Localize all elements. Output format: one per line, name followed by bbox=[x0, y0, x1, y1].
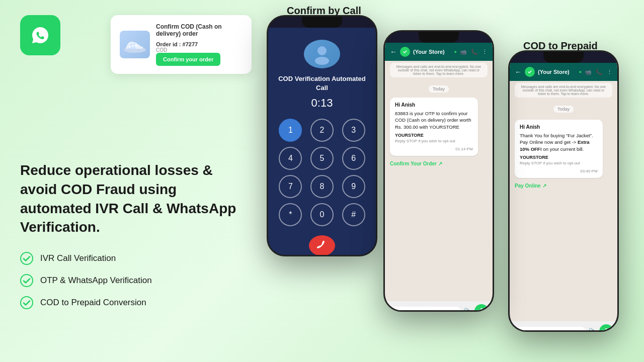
call-icon-prepaid[interactable]: 📞 bbox=[596, 69, 603, 75]
svg-rect-11 bbox=[480, 308, 482, 312]
otp-reply-note: Reply STOP if you wish to opt-out bbox=[395, 138, 473, 144]
attach-icon-prepaid[interactable]: 📎 bbox=[589, 328, 596, 332]
prepaid-message-time: 03:40 PM bbox=[520, 168, 598, 174]
dial-btn-7[interactable]: 7 bbox=[279, 175, 302, 198]
product-image bbox=[120, 31, 150, 58]
wa-store-icon bbox=[400, 47, 410, 57]
dial-btn-5[interactable]: 5 bbox=[310, 147, 334, 170]
encrypt-notice-prepaid: Messages and calls are end-to-end encryp… bbox=[515, 83, 612, 98]
menu-icon[interactable]: ⋮ bbox=[482, 49, 488, 55]
wa-mic-button-otp[interactable] bbox=[474, 304, 489, 312]
left-section: Confirm COD (Cash on delivery) order Ord… bbox=[20, 15, 252, 309]
external-link-icon-prepaid: ↗ bbox=[542, 183, 546, 189]
prepaid-msg-2: on your current bill. bbox=[543, 146, 584, 152]
wa-header-otp: ← (Your Store) ● 📹 📞 ⋮ bbox=[385, 43, 493, 61]
prepaid-reply-note: Reply STOP if you wish to opt-out bbox=[520, 160, 598, 166]
dial-btn-1[interactable]: 1 bbox=[279, 119, 302, 142]
phone-call: COD Verification Automated Call 0:13 1 2… bbox=[267, 15, 377, 256]
dial-btn-hash[interactable]: # bbox=[342, 203, 365, 226]
order-card: Confirm COD (Cash on delivery) order Ord… bbox=[111, 15, 252, 74]
whatsapp-icon bbox=[20, 15, 60, 55]
back-icon[interactable]: ← bbox=[390, 48, 397, 56]
prepaid-sender: Hi Anish bbox=[520, 124, 598, 131]
external-link-icon: ↗ bbox=[438, 161, 442, 166]
menu-icon-prepaid[interactable]: ⋮ bbox=[607, 69, 612, 75]
call-timer: 0:13 bbox=[311, 97, 333, 110]
hero-heading: Reduce operational losses & avoid COD Fr… bbox=[20, 161, 252, 237]
svg-point-9 bbox=[315, 57, 329, 65]
svg-point-3 bbox=[135, 45, 137, 47]
wa-header-actions: 📹 📞 ⋮ bbox=[460, 49, 488, 55]
otp-message-bubble: Hi Anish 83883 is your OTP to confirm yo… bbox=[390, 98, 478, 156]
confirm-order-link[interactable]: Confirm Your Order ↗ bbox=[390, 161, 488, 166]
feature-text-3: COD to Prepaid Conversion bbox=[40, 298, 146, 308]
wa-header-actions-prepaid: 📹 📞 ⋮ bbox=[585, 69, 612, 75]
otp-store-label: YOURSTORE bbox=[395, 132, 473, 139]
check-icon-1 bbox=[20, 252, 33, 265]
otp-message-text: 83883 is your OTP to confirm your COD (C… bbox=[395, 111, 471, 130]
svg-point-1 bbox=[129, 46, 131, 48]
confirm-order-button[interactable]: Confirm your order bbox=[156, 53, 220, 66]
svg-point-5 bbox=[21, 252, 33, 264]
caller-avatar bbox=[304, 40, 340, 68]
attach-icon[interactable]: 📎 bbox=[464, 308, 471, 312]
prepaid-phone-notch bbox=[543, 52, 584, 63]
date-divider-prepaid: Today bbox=[553, 106, 574, 113]
prepaid-message-bubble: Hi Anish Thank You for buying "Fur Jacke… bbox=[515, 120, 603, 178]
dial-btn-4[interactable]: 4 bbox=[279, 147, 302, 170]
svg-point-2 bbox=[132, 45, 134, 47]
check-icon-3 bbox=[20, 296, 33, 309]
online-status: ● bbox=[454, 49, 457, 54]
order-card-content: Confirm COD (Cash on delivery) order Ord… bbox=[156, 23, 243, 66]
dial-btn-3[interactable]: 3 bbox=[342, 119, 365, 142]
dial-btn-8[interactable]: 8 bbox=[310, 175, 334, 198]
dial-btn-star[interactable]: * bbox=[279, 203, 302, 226]
phone-otp: ← (Your Store) ● 📹 📞 ⋮ Messages and call… bbox=[383, 30, 494, 312]
wa-header-prepaid: ← (Your Store) ● 📹 📞 ⋮ bbox=[510, 63, 617, 81]
order-id: Order id : #7277 bbox=[156, 41, 243, 47]
video-icon-prepaid[interactable]: 📹 bbox=[585, 69, 592, 75]
otp-sender: Hi Anish bbox=[395, 102, 473, 109]
feature-item-2: OTP & WhatsApp Verification bbox=[20, 274, 252, 287]
dial-btn-2[interactable]: 2 bbox=[310, 119, 334, 142]
svg-point-7 bbox=[21, 297, 33, 309]
wa-type-message-otp[interactable]: Type a message bbox=[389, 307, 461, 312]
svg-point-6 bbox=[21, 275, 33, 287]
svg-point-8 bbox=[317, 46, 327, 55]
dial-pad: 1 2 3 4 5 6 7 8 9 * 0 # bbox=[268, 119, 376, 226]
svg-rect-14 bbox=[605, 328, 607, 332]
end-call-button[interactable] bbox=[309, 235, 335, 256]
wa-type-message-prepaid[interactable]: Type a message bbox=[514, 327, 586, 332]
feature-list: IVR Call Verification OTP & WhatsApp Ver… bbox=[20, 252, 252, 309]
order-card-title: Confirm COD (Cash on delivery) order bbox=[156, 23, 243, 37]
video-icon[interactable]: 📹 bbox=[460, 49, 467, 55]
wa-input-bar-prepaid: Type a message 📎 bbox=[510, 321, 617, 332]
online-status-prepaid: ● bbox=[579, 69, 582, 74]
phone-prepaid: ← (Your Store) ● 📹 📞 ⋮ Messages and call… bbox=[508, 50, 619, 332]
phone-notch bbox=[302, 17, 342, 28]
pay-online-link[interactable]: Pay Online ↗ bbox=[515, 183, 612, 189]
feature-item-1: IVR Call Verification bbox=[20, 252, 252, 265]
call-title: COD Verification Automated Call bbox=[268, 74, 376, 93]
feature-item-3: COD to Prepaid Conversion bbox=[20, 296, 252, 309]
otp-message-time: 01:14 PM bbox=[395, 146, 473, 152]
prepaid-screen: ← (Your Store) ● 📹 📞 ⋮ Messages and call… bbox=[510, 63, 617, 332]
feature-text-1: IVR Call Verification bbox=[40, 253, 116, 263]
wa-store-name-otp: (Your Store) bbox=[413, 49, 451, 55]
prepaid-store-label: YOURSTORE bbox=[520, 154, 598, 161]
call-screen: COD Verification Automated Call 0:13 1 2… bbox=[268, 28, 376, 256]
back-icon-prepaid[interactable]: ← bbox=[515, 68, 522, 76]
wa-mic-button-prepaid[interactable] bbox=[599, 324, 613, 332]
check-icon-2 bbox=[20, 274, 33, 287]
feature-text-2: OTP & WhatsApp Verification bbox=[40, 276, 152, 286]
wa-store-icon-prepaid bbox=[525, 67, 535, 77]
encrypt-notice: Messages and calls are end-to-end encryp… bbox=[390, 63, 488, 77]
wa-input-bar-otp: Type a message 📎 bbox=[385, 301, 493, 312]
call-icon[interactable]: 📞 bbox=[471, 49, 478, 55]
wa-messages-otp: Today Hi Anish 83883 is your OTP to conf… bbox=[385, 79, 493, 301]
wa-messages-prepaid: Today Hi Anish Thank You for buying "Fur… bbox=[510, 100, 617, 321]
order-cod-label: COD bbox=[156, 47, 243, 53]
dial-btn-9[interactable]: 9 bbox=[342, 175, 365, 198]
dial-btn-0[interactable]: 0 bbox=[310, 203, 334, 226]
dial-btn-6[interactable]: 6 bbox=[342, 147, 365, 170]
